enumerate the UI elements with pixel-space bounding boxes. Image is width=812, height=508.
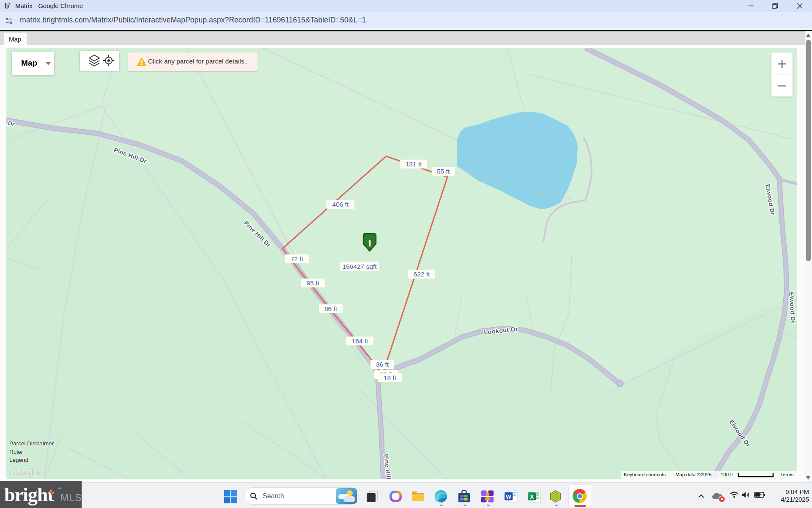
svg-text:406 ft: 406 ft (332, 201, 349, 208)
svg-text:bright: bright (4, 484, 54, 505)
svg-text:Dr: Dr (7, 120, 15, 127)
svg-text:622 ft: 622 ft (414, 271, 430, 278)
svg-text:131 ft: 131 ft (406, 160, 422, 168)
svg-text:b: b (5, 2, 9, 10)
svg-text:72 ft: 72 ft (291, 255, 304, 262)
svg-text:18 ft: 18 ft (384, 374, 397, 381)
svg-text:Elwood Dr: Elwood Dr (788, 292, 797, 324)
svg-text:1: 1 (367, 237, 372, 248)
svg-text:55 ft: 55 ft (437, 168, 450, 175)
svg-text:Google: Google (10, 467, 41, 476)
svg-text:36 ft: 36 ft (376, 361, 389, 368)
svg-text:X: X (530, 494, 534, 500)
svg-text:™: ™ (58, 487, 61, 491)
svg-text:156427 sqft: 156427 sqft (342, 263, 377, 270)
svg-text:MLS: MLS (60, 492, 82, 503)
svg-text:W: W (506, 494, 511, 500)
svg-text:86 ft: 86 ft (324, 305, 337, 312)
svg-text:95 ft: 95 ft (307, 279, 320, 287)
svg-text:164 ft: 164 ft (352, 337, 368, 345)
svg-text:Pine Hill Dr: Pine Hill Dr (113, 146, 148, 165)
